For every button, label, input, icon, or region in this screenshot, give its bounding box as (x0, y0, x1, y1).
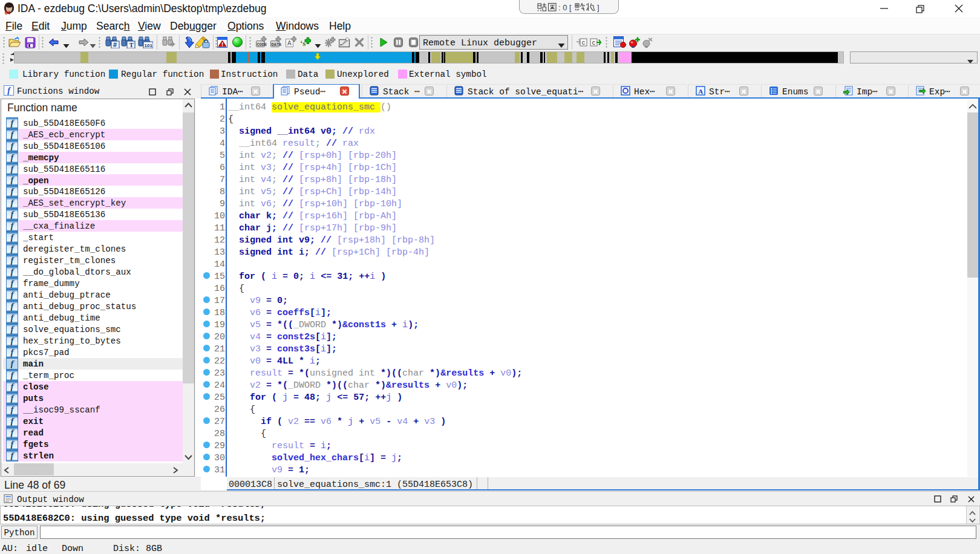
svg-text:]: ] (597, 3, 599, 12)
svg-text:A: A (698, 88, 703, 95)
svg-text:c: c (592, 40, 596, 47)
svg-text:DATA: DATA (272, 42, 282, 47)
svg-text:: 0 [: : 0 [ (558, 3, 572, 12)
svg-text:#: # (113, 41, 117, 48)
svg-text:CODE: CODE (257, 42, 267, 47)
svg-text:101: 101 (145, 43, 153, 48)
svg-text:T: T (129, 41, 134, 48)
svg-text:A: A (287, 40, 292, 47)
svg-text:c: c (582, 40, 586, 47)
svg-text:64: 64 (5, 10, 11, 16)
